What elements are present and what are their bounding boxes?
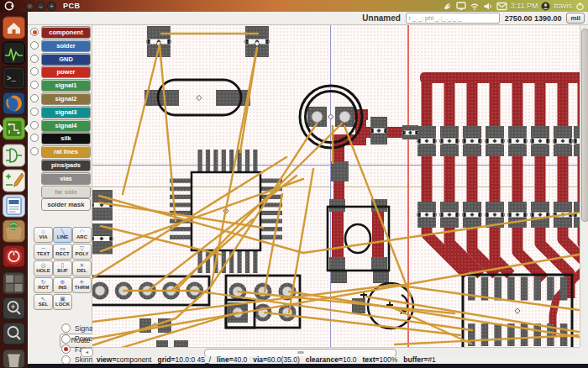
layer-button[interactable]: vias xyxy=(41,172,91,185)
launcher-item-software-center[interactable] xyxy=(3,220,25,242)
layer-button[interactable]: silk xyxy=(41,132,91,145)
window-close-button[interactable]: ✕ xyxy=(25,2,34,11)
layer-radio[interactable] xyxy=(30,94,39,103)
layer-radio[interactable] xyxy=(30,67,39,76)
launcher-item-system-monitor[interactable] xyxy=(3,42,25,64)
vertical-scrollbar[interactable] xyxy=(580,25,588,347)
user-badge-icon[interactable] xyxy=(541,2,550,11)
arc-icon: ◠ xyxy=(73,229,91,234)
window-minimize-button[interactable]: – xyxy=(36,2,45,11)
volume-icon[interactable] xyxy=(483,2,493,11)
launcher-item-trash[interactable] xyxy=(3,350,25,368)
launcher-item-pcb-editor[interactable] xyxy=(0,118,28,139)
route-radio[interactable] xyxy=(61,344,71,354)
layer-button[interactable]: component xyxy=(41,26,91,39)
cursor-readout-field[interactable]: r _._; phi _.;_._._._ xyxy=(406,13,500,24)
status-segment: buffer=#1 xyxy=(403,356,436,364)
tool-label: POLY xyxy=(73,251,91,257)
cursor-coordinates: 2750.00 1390.00 xyxy=(505,14,562,23)
route-style-option-signal[interactable]: Signal xyxy=(61,323,95,333)
launcher-item-magnifier[interactable] xyxy=(3,323,25,344)
indicator-icon[interactable] xyxy=(443,2,453,11)
status-segment: grid=10.0:0 45_/ xyxy=(157,356,211,364)
tool-button-text[interactable]: ┄TEXT xyxy=(34,244,53,260)
layer-button[interactable]: solder mask xyxy=(41,198,91,211)
window-maximize-button[interactable]: + xyxy=(47,2,56,11)
launcher-item-zoom-tool[interactable] xyxy=(3,297,25,319)
rot-icon: ↻ xyxy=(34,279,52,285)
tool-button-sel[interactable]: ↖SEL xyxy=(34,294,53,310)
layer-row-pins-pads: pins/pads xyxy=(28,159,92,171)
ubuntu-logo-icon[interactable] xyxy=(4,1,14,11)
launcher-item-schematic-editor[interactable] xyxy=(3,145,25,166)
tool-button-thrm[interactable]: ✳THRM xyxy=(72,277,92,293)
layer-radio[interactable] xyxy=(30,55,39,63)
mail-icon[interactable] xyxy=(496,2,507,11)
via-icon: ○ xyxy=(34,229,52,234)
layer-button[interactable]: signal2 xyxy=(41,92,91,105)
vertical-scrollbar-thumb[interactable] xyxy=(581,29,588,222)
layer-radio[interactable] xyxy=(30,81,39,89)
launcher-item-home-folder[interactable] xyxy=(3,17,25,39)
clock[interactable]: 3:11 PM xyxy=(511,2,538,10)
layer-button[interactable]: rat lines xyxy=(41,145,91,158)
tool-button-del[interactable]: ✕DEL xyxy=(72,260,92,276)
tool-label: LINE xyxy=(54,234,71,240)
svg-text:>_: >_ xyxy=(7,75,16,83)
tool-button-line[interactable]: ╲LINE xyxy=(53,227,72,243)
launcher-item-libreoffice-writer[interactable] xyxy=(3,195,25,217)
menubar: ✕ – + PCB 3:11 PM travis xyxy=(0,0,588,12)
layer-button[interactable]: power xyxy=(41,66,91,78)
launcher-item-workspace-switcher[interactable] xyxy=(3,272,25,294)
layer-button[interactable]: pins/pads xyxy=(41,159,91,171)
pcb-canvas[interactable] xyxy=(92,25,580,347)
layer-button[interactable]: far side xyxy=(41,186,91,198)
layer-radio[interactable] xyxy=(30,108,39,116)
scrollbar-stepper[interactable]: ◂ xyxy=(81,348,93,357)
route-radio[interactable] xyxy=(61,334,71,344)
tool-button-rot[interactable]: ↻ROT xyxy=(34,277,53,293)
status-segment: clearance=10.0 xyxy=(306,356,357,364)
tool-button-hole[interactable]: ◎HOLE xyxy=(34,260,53,276)
layer-row-GND: GND xyxy=(28,53,92,65)
layer-button[interactable]: solder xyxy=(41,39,91,52)
tool-label: LOCK xyxy=(54,302,71,308)
tool-button-buf[interactable]: ▯BUF xyxy=(53,260,72,276)
layer-row-signal4: signal4 xyxy=(28,119,92,131)
layer-radio[interactable] xyxy=(30,28,39,36)
layer-button[interactable]: signal4 xyxy=(41,119,91,132)
tool-label: RECT xyxy=(54,251,71,257)
horizontal-scrollbar[interactable] xyxy=(92,347,580,356)
tool-button-lock[interactable]: ▣LOCK xyxy=(53,294,72,310)
session-user[interactable]: travis xyxy=(554,2,572,10)
wifi-icon[interactable] xyxy=(470,2,480,11)
power-icon[interactable] xyxy=(575,2,585,11)
launcher-item-attribute-editor[interactable] xyxy=(3,170,25,192)
tool-label: ARC xyxy=(73,234,91,240)
tool-label: SEL xyxy=(34,302,52,308)
lock-icon: ▣ xyxy=(54,296,71,302)
tool-button-arc[interactable]: ◠ARC xyxy=(72,227,92,243)
tool-button-rect[interactable]: ▭RECT xyxy=(53,244,72,260)
display-icon[interactable] xyxy=(456,2,466,11)
layer-radio[interactable] xyxy=(30,41,39,50)
route-style-option-power[interactable]: Power xyxy=(61,334,95,344)
launcher-item-firefox[interactable] xyxy=(3,92,25,114)
unit-toggle-button[interactable]: mil xyxy=(566,13,585,24)
tool-button-ins[interactable]: ⊕INS xyxy=(53,277,72,293)
route-radio[interactable] xyxy=(61,323,71,333)
layer-row-far-side: far side xyxy=(28,186,92,197)
launcher-item-terminal[interactable]: >_ xyxy=(3,67,25,89)
layer-radio[interactable] xyxy=(30,121,39,129)
board-name: Unnamed xyxy=(362,13,401,23)
layer-radio[interactable] xyxy=(30,134,39,142)
layer-button[interactable]: signal1 xyxy=(41,79,91,92)
text-icon: ┄ xyxy=(34,245,52,251)
window-title: PCB xyxy=(63,2,81,10)
layer-button[interactable]: GND xyxy=(41,53,91,66)
launcher-item-shutdown[interactable] xyxy=(3,245,25,267)
tool-button-via[interactable]: ○VIA xyxy=(34,227,53,243)
layer-radio[interactable] xyxy=(30,147,39,155)
tool-button-poly[interactable]: ▽POLY xyxy=(72,244,92,260)
layer-button[interactable]: signal3 xyxy=(41,106,91,118)
